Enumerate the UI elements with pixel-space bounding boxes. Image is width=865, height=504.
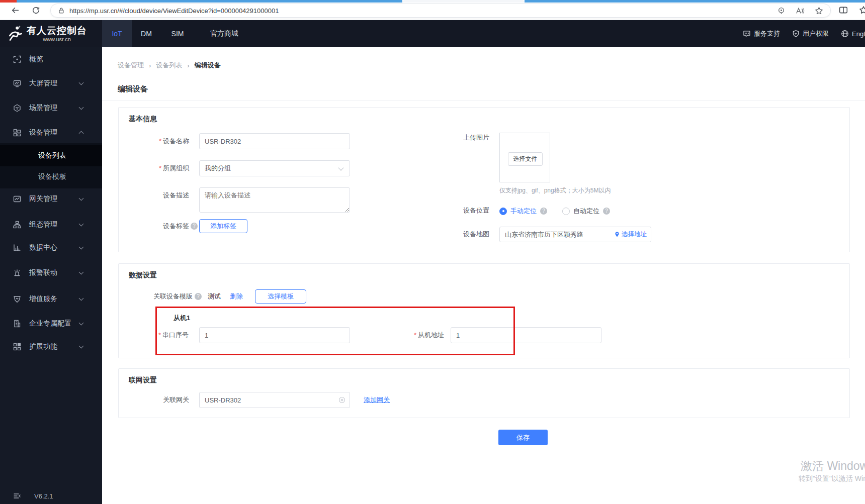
breadcrumb-current: 编辑设备 xyxy=(195,61,221,70)
breadcrumb-device-list[interactable]: 设备列表 xyxy=(156,61,182,70)
chevron-down-icon xyxy=(79,344,84,349)
nav-tab-iot[interactable]: IoT xyxy=(102,20,132,47)
chevron-down-icon xyxy=(79,105,84,110)
breadcrumb-device-management[interactable]: 设备管理 xyxy=(118,61,144,70)
split-screen-icon[interactable] xyxy=(838,5,849,16)
section-title-network: 联网设置 xyxy=(129,376,157,385)
main-content: 设备管理 › 设备列表 › 编辑设备 编辑设备 基本信息 *设备名称 *所属组织… xyxy=(102,47,865,504)
sidebar: 概览 大屏管理 场景管理 设备管理 设备列表 设备模板 网关管理 xyxy=(0,47,102,504)
sidebar-item-scada[interactable]: 组态管理 xyxy=(0,215,102,235)
map-address-input[interactable]: 山东省济南市历下区颖秀路 选择地址 xyxy=(499,227,651,242)
chat-icon xyxy=(743,30,751,38)
chevron-down-icon xyxy=(79,270,84,275)
address-bar[interactable]: https://mp.usr.cn/#/cloud/device/ViewEdi… xyxy=(50,4,831,18)
description-textarea[interactable] xyxy=(199,187,350,213)
auto-locate-label[interactable]: 自动定位 xyxy=(573,207,599,216)
chevron-down-icon xyxy=(79,196,84,201)
description-label: 设备描述 xyxy=(124,187,189,204)
device-name-input[interactable] xyxy=(199,133,350,149)
add-gateway-link[interactable]: 添加网关 xyxy=(364,392,390,408)
chevron-down-icon xyxy=(79,80,84,85)
add-tag-button[interactable]: 添加标签 xyxy=(199,219,247,233)
sidebar-item-vas[interactable]: 增值服务 xyxy=(0,289,102,309)
organization-label: *所属组织 xyxy=(124,160,189,176)
sidebar-item-device-template[interactable]: 设备模板 xyxy=(0,166,102,187)
choose-address-link[interactable]: 选择地址 xyxy=(614,230,647,239)
device-map-label: 设备地图 xyxy=(434,226,489,242)
slave-address-input[interactable] xyxy=(451,327,601,343)
choose-template-button[interactable]: 选择模板 xyxy=(255,289,306,304)
device-submenu: 设备列表 设备模板 xyxy=(0,143,102,188)
nav-tab-sim[interactable]: SIM xyxy=(161,20,194,47)
upload-hint: 仅支持jpg、gif、png格式；大小为5M以内 xyxy=(499,186,611,195)
extension-icon xyxy=(13,343,21,351)
sidebar-item-extension[interactable]: 扩展功能 xyxy=(0,337,102,357)
help-icon[interactable]: ? xyxy=(195,293,202,300)
organization-select[interactable] xyxy=(199,160,350,176)
brand-logo[interactable]: 有人云控制台 www.usr.cn xyxy=(0,20,102,47)
top-nav: IoT DM SIM 官方商城 xyxy=(102,20,254,47)
favorite-star-icon[interactable] xyxy=(815,7,823,15)
template-name: 测试 xyxy=(208,292,221,301)
chevron-down-icon xyxy=(79,296,84,301)
serial-number-input[interactable] xyxy=(199,327,350,343)
back-button[interactable] xyxy=(10,5,21,16)
sidebar-item-bigscreen[interactable]: 大屏管理 xyxy=(0,73,102,93)
delete-template-link[interactable]: 删除 xyxy=(230,292,243,301)
serial-number-label: *串口序号 xyxy=(123,327,189,343)
big-screen-icon xyxy=(13,79,21,87)
gateway-icon xyxy=(13,195,21,203)
choose-file-button[interactable]: 选择文件 xyxy=(508,152,543,166)
help-icon[interactable]: ? xyxy=(603,208,610,215)
manual-locate-label[interactable]: 手动定位 xyxy=(510,207,537,216)
refresh-button[interactable] xyxy=(30,5,41,16)
sidebar-item-overview[interactable]: 概览 xyxy=(0,49,102,69)
sidebar-item-device[interactable]: 设备管理 xyxy=(0,123,102,143)
section-title-basic: 基本信息 xyxy=(129,115,157,124)
tags-label: 设备标签 xyxy=(124,219,189,233)
url-text[interactable]: https://mp.usr.cn/#/cloud/device/ViewEdi… xyxy=(69,7,279,15)
value-added-service-icon xyxy=(13,295,21,303)
data-settings-card: 数据设置 关联设备模版 ? 测试 删除 选择模板 从机1 *串口序号 *从机地址 xyxy=(118,263,850,358)
device-location-label: 设备位置 xyxy=(434,203,489,219)
read-aloud-icon[interactable] xyxy=(796,7,805,15)
brand-subtitle: www.usr.cn xyxy=(43,36,71,43)
section-title-data: 数据设置 xyxy=(129,271,157,280)
upload-dropzone[interactable]: 选择文件 xyxy=(499,133,550,182)
location-indicator-icon[interactable] xyxy=(777,7,786,15)
nav-tab-shop[interactable]: 官方商城 xyxy=(194,20,254,47)
sidebar-item-datacenter[interactable]: 数据中心 xyxy=(0,238,102,258)
chevron-up-icon xyxy=(79,131,84,136)
sidebar-item-scene[interactable]: 场景管理 xyxy=(0,98,102,118)
sidebar-collapse-icon[interactable] xyxy=(13,492,21,500)
help-icon[interactable]: ? xyxy=(540,208,547,215)
globe-icon xyxy=(841,30,849,38)
chevron-down-icon xyxy=(79,245,84,250)
enterprise-icon xyxy=(13,320,21,328)
clear-icon[interactable] xyxy=(338,396,345,404)
lock-icon xyxy=(58,7,65,14)
browser-active-tab[interactable] xyxy=(402,0,525,3)
device-name-label: *设备名称 xyxy=(124,133,189,149)
sidebar-item-alarm[interactable]: 报警联动 xyxy=(0,263,102,283)
gateway-input[interactable]: USR-DR302 xyxy=(199,392,350,408)
auto-locate-radio[interactable] xyxy=(562,208,570,215)
chevron-down-icon xyxy=(79,321,84,326)
slave-title: 从机1 xyxy=(174,314,190,323)
basic-info-card: 基本信息 *设备名称 *所属组织 设备描述 设备标签 ? 添加标签 上传图片 选… xyxy=(118,107,850,252)
sidebar-item-device-list[interactable]: 设备列表 xyxy=(0,145,102,166)
title-divider xyxy=(102,100,865,101)
sidebar-item-enterprise[interactable]: 企业专属配置 xyxy=(0,314,102,334)
help-icon[interactable]: ? xyxy=(191,223,198,230)
manual-locate-radio[interactable] xyxy=(499,208,507,215)
service-support-link[interactable]: 服务支持 xyxy=(743,29,780,38)
nav-tab-dm[interactable]: DM xyxy=(132,20,161,47)
windows-activation-watermark-sub: 转到"设置"以激活 Windows。 xyxy=(799,474,865,483)
browser-extra-icon[interactable] xyxy=(858,5,865,16)
sidebar-item-gateway[interactable]: 网关管理 xyxy=(0,189,102,209)
breadcrumb-separator: › xyxy=(187,62,189,69)
language-switch[interactable]: English xyxy=(841,30,865,38)
user-permission-link[interactable]: 用户权限 xyxy=(792,29,829,38)
save-button[interactable]: 保存 xyxy=(498,430,548,445)
usr-person-logo-icon xyxy=(7,26,23,42)
